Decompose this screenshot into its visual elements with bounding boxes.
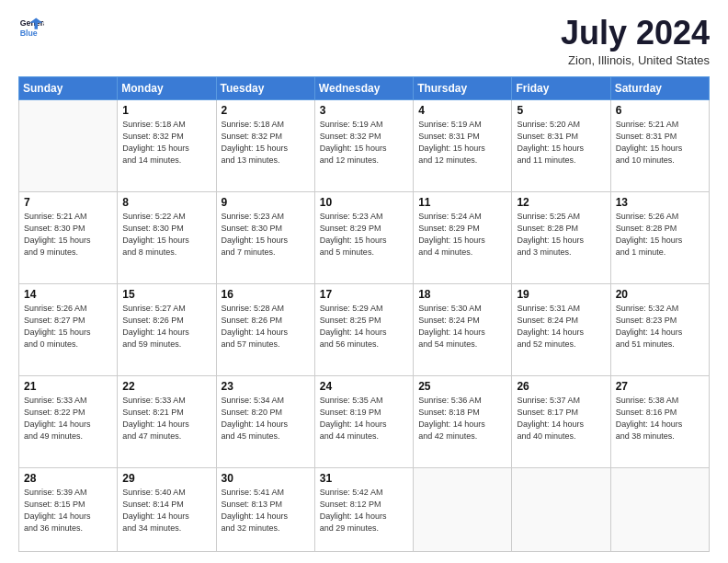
- day-info: Sunrise: 5:33 AM Sunset: 8:21 PM Dayligh…: [122, 395, 210, 442]
- day-info: Sunrise: 5:41 AM Sunset: 8:13 PM Dayligh…: [222, 487, 310, 534]
- day-number: 22: [122, 380, 210, 393]
- day-number: 31: [320, 472, 408, 485]
- calendar-cell: 7Sunrise: 5:21 AM Sunset: 8:30 PM Daylig…: [19, 191, 118, 283]
- calendar-table: SundayMondayTuesdayWednesdayThursdayFrid…: [18, 76, 710, 552]
- calendar-cell: 26Sunrise: 5:37 AM Sunset: 8:17 PM Dayli…: [512, 375, 610, 467]
- weekday-header-sunday: Sunday: [19, 76, 118, 99]
- calendar-cell: 17Sunrise: 5:29 AM Sunset: 8:25 PM Dayli…: [314, 283, 413, 375]
- day-number: 5: [517, 104, 605, 117]
- day-info: Sunrise: 5:32 AM Sunset: 8:23 PM Dayligh…: [616, 303, 704, 350]
- calendar-cell: 2Sunrise: 5:18 AM Sunset: 8:32 PM Daylig…: [216, 99, 314, 191]
- day-number: 28: [24, 472, 112, 485]
- day-number: 15: [122, 288, 210, 301]
- day-number: 19: [517, 288, 605, 301]
- calendar-cell: [414, 467, 512, 551]
- calendar-cell: 28Sunrise: 5:39 AM Sunset: 8:15 PM Dayli…: [19, 467, 118, 551]
- weekday-header-thursday: Thursday: [414, 76, 512, 99]
- calendar-cell: 16Sunrise: 5:28 AM Sunset: 8:26 PM Dayli…: [216, 283, 314, 375]
- calendar-cell: 19Sunrise: 5:31 AM Sunset: 8:24 PM Dayli…: [512, 283, 610, 375]
- month-title: July 2024: [561, 15, 710, 52]
- day-info: Sunrise: 5:24 AM Sunset: 8:29 PM Dayligh…: [418, 211, 506, 259]
- calendar-cell: 14Sunrise: 5:26 AM Sunset: 8:27 PM Dayli…: [19, 283, 118, 375]
- day-number: 30: [222, 472, 310, 485]
- day-number: 9: [222, 196, 310, 209]
- day-info: Sunrise: 5:19 AM Sunset: 8:31 PM Dayligh…: [418, 119, 506, 167]
- calendar-cell: 4Sunrise: 5:19 AM Sunset: 8:31 PM Daylig…: [414, 99, 512, 191]
- day-info: Sunrise: 5:31 AM Sunset: 8:24 PM Dayligh…: [517, 303, 605, 350]
- day-number: 8: [122, 196, 210, 209]
- calendar-cell: [19, 99, 118, 191]
- day-number: 17: [320, 288, 408, 301]
- day-number: 10: [320, 196, 408, 209]
- calendar-cell: 30Sunrise: 5:41 AM Sunset: 8:13 PM Dayli…: [216, 467, 314, 551]
- day-info: Sunrise: 5:26 AM Sunset: 8:28 PM Dayligh…: [616, 211, 704, 259]
- day-info: Sunrise: 5:25 AM Sunset: 8:28 PM Dayligh…: [517, 211, 605, 259]
- weekday-header-saturday: Saturday: [610, 76, 709, 99]
- calendar-cell: 11Sunrise: 5:24 AM Sunset: 8:29 PM Dayli…: [414, 191, 512, 283]
- day-number: 24: [320, 380, 408, 393]
- day-number: 11: [418, 196, 506, 209]
- day-number: 7: [24, 196, 112, 209]
- calendar-cell: 21Sunrise: 5:33 AM Sunset: 8:22 PM Dayli…: [19, 375, 118, 467]
- svg-text:General: General: [20, 18, 44, 28]
- weekday-header-monday: Monday: [118, 76, 216, 99]
- day-info: Sunrise: 5:20 AM Sunset: 8:31 PM Dayligh…: [517, 119, 605, 167]
- day-info: Sunrise: 5:19 AM Sunset: 8:32 PM Dayligh…: [320, 119, 408, 167]
- svg-text:Blue: Blue: [20, 29, 38, 38]
- calendar-cell: 18Sunrise: 5:30 AM Sunset: 8:24 PM Dayli…: [414, 283, 512, 375]
- calendar-cell: 12Sunrise: 5:25 AM Sunset: 8:28 PM Dayli…: [512, 191, 610, 283]
- logo: General Blue: [18, 15, 44, 40]
- day-number: 1: [122, 104, 210, 117]
- day-number: 23: [222, 380, 310, 393]
- day-number: 18: [418, 288, 506, 301]
- calendar-cell: 27Sunrise: 5:38 AM Sunset: 8:16 PM Dayli…: [610, 375, 709, 467]
- calendar-cell: 13Sunrise: 5:26 AM Sunset: 8:28 PM Dayli…: [610, 191, 709, 283]
- day-info: Sunrise: 5:30 AM Sunset: 8:24 PM Dayligh…: [418, 303, 506, 350]
- location: Zion, Illinois, United States: [561, 53, 710, 67]
- day-info: Sunrise: 5:23 AM Sunset: 8:30 PM Dayligh…: [222, 211, 310, 259]
- day-number: 20: [616, 288, 704, 301]
- day-info: Sunrise: 5:28 AM Sunset: 8:26 PM Dayligh…: [222, 303, 310, 350]
- calendar-cell: 5Sunrise: 5:20 AM Sunset: 8:31 PM Daylig…: [512, 99, 610, 191]
- calendar-cell: 10Sunrise: 5:23 AM Sunset: 8:29 PM Dayli…: [314, 191, 413, 283]
- day-number: 6: [616, 104, 704, 117]
- logo-icon: General Blue: [18, 15, 44, 40]
- day-number: 16: [222, 288, 310, 301]
- day-info: Sunrise: 5:21 AM Sunset: 8:30 PM Dayligh…: [24, 211, 112, 259]
- day-number: 14: [24, 288, 112, 301]
- day-info: Sunrise: 5:23 AM Sunset: 8:29 PM Dayligh…: [320, 211, 408, 259]
- day-info: Sunrise: 5:33 AM Sunset: 8:22 PM Dayligh…: [24, 395, 112, 442]
- calendar-cell: 31Sunrise: 5:42 AM Sunset: 8:12 PM Dayli…: [314, 467, 413, 551]
- calendar-cell: 29Sunrise: 5:40 AM Sunset: 8:14 PM Dayli…: [118, 467, 216, 551]
- day-info: Sunrise: 5:18 AM Sunset: 8:32 PM Dayligh…: [122, 119, 210, 167]
- day-info: Sunrise: 5:27 AM Sunset: 8:26 PM Dayligh…: [122, 303, 210, 350]
- weekday-header-tuesday: Tuesday: [216, 76, 314, 99]
- weekday-header-wednesday: Wednesday: [314, 76, 413, 99]
- calendar-cell: [610, 467, 709, 551]
- calendar-cell: 8Sunrise: 5:22 AM Sunset: 8:30 PM Daylig…: [118, 191, 216, 283]
- calendar-cell: 3Sunrise: 5:19 AM Sunset: 8:32 PM Daylig…: [314, 99, 413, 191]
- day-info: Sunrise: 5:21 AM Sunset: 8:31 PM Dayligh…: [616, 119, 704, 167]
- day-number: 21: [24, 380, 112, 393]
- day-info: Sunrise: 5:22 AM Sunset: 8:30 PM Dayligh…: [122, 211, 210, 259]
- calendar-cell: [512, 467, 610, 551]
- calendar-cell: 25Sunrise: 5:36 AM Sunset: 8:18 PM Dayli…: [414, 375, 512, 467]
- day-info: Sunrise: 5:34 AM Sunset: 8:20 PM Dayligh…: [222, 395, 310, 442]
- calendar-cell: 20Sunrise: 5:32 AM Sunset: 8:23 PM Dayli…: [610, 283, 709, 375]
- day-number: 27: [616, 380, 704, 393]
- day-info: Sunrise: 5:36 AM Sunset: 8:18 PM Dayligh…: [418, 395, 506, 442]
- day-number: 12: [517, 196, 605, 209]
- day-info: Sunrise: 5:18 AM Sunset: 8:32 PM Dayligh…: [222, 119, 310, 167]
- calendar-cell: 24Sunrise: 5:35 AM Sunset: 8:19 PM Dayli…: [314, 375, 413, 467]
- weekday-header-friday: Friday: [512, 76, 610, 99]
- day-info: Sunrise: 5:26 AM Sunset: 8:27 PM Dayligh…: [24, 303, 112, 350]
- day-number: 2: [222, 104, 310, 117]
- day-info: Sunrise: 5:40 AM Sunset: 8:14 PM Dayligh…: [122, 487, 210, 534]
- calendar-cell: 23Sunrise: 5:34 AM Sunset: 8:20 PM Dayli…: [216, 375, 314, 467]
- day-number: 25: [418, 380, 506, 393]
- day-number: 29: [122, 472, 210, 485]
- day-number: 26: [517, 380, 605, 393]
- day-info: Sunrise: 5:42 AM Sunset: 8:12 PM Dayligh…: [320, 487, 408, 534]
- day-info: Sunrise: 5:35 AM Sunset: 8:19 PM Dayligh…: [320, 395, 408, 442]
- calendar-cell: 22Sunrise: 5:33 AM Sunset: 8:21 PM Dayli…: [118, 375, 216, 467]
